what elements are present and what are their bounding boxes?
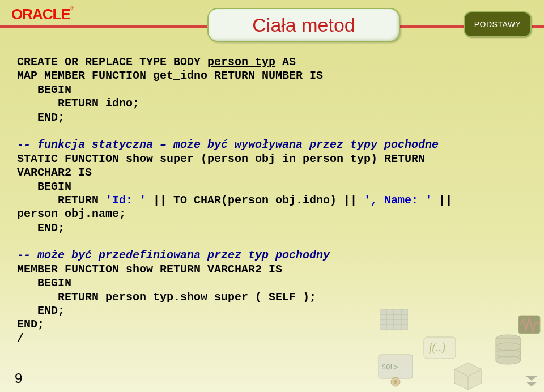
- logo-tm: ®: [70, 6, 74, 11]
- code-line: person_typ: [207, 56, 275, 69]
- code-comment: -- może być przedefiniowana przez typ po…: [17, 249, 330, 262]
- code-line: person_obj.name;: [17, 207, 126, 220]
- code-line: RETURN idno;: [17, 97, 139, 110]
- code-line: RETURN: [17, 194, 105, 207]
- code-line: BEGIN: [17, 180, 71, 193]
- svg-point-11: [394, 380, 397, 384]
- code-line: BEGIN: [17, 276, 71, 289]
- code-line: || TO_CHAR(person_obj.idno) ||: [146, 194, 364, 207]
- oracle-logo: ORACLE®: [11, 6, 74, 23]
- page-number: 9: [15, 370, 22, 386]
- code-line: AS: [275, 56, 296, 69]
- cube-icon: [449, 358, 487, 390]
- code-line: RETURN person_typ.show_super ( SELF );: [17, 291, 316, 304]
- wave-icon: [518, 315, 541, 334]
- slide-title-box: Ciała metod: [207, 8, 400, 42]
- code-line: ||: [432, 194, 452, 207]
- code-line: MAP MEMBER FUNCTION get_idno RETURN NUMB…: [17, 69, 323, 82]
- svg-marker-21: [526, 382, 537, 386]
- section-badge-label: PODSTAWY: [474, 20, 521, 29]
- code-string: 'Id: ': [105, 194, 146, 207]
- sql-label: SQL>: [382, 363, 398, 371]
- chevron-down-icon: [524, 373, 539, 389]
- code-line: /: [17, 332, 24, 345]
- code-line: MEMBER FUNCTION show RETURN VARCHAR2 IS: [17, 263, 282, 276]
- database-icon: [494, 334, 522, 365]
- code-line: VARCHAR2 IS: [17, 166, 92, 179]
- section-badge: PODSTAWY: [464, 11, 532, 37]
- code-comment: -- funkcja statyczna – może być wywoływa…: [17, 138, 439, 151]
- function-icon: f(..): [423, 336, 456, 359]
- code-line: STATIC FUNCTION show_super (person_obj i…: [17, 152, 425, 165]
- grid-icon: [380, 309, 408, 330]
- sql-icon: SQL>: [377, 353, 414, 387]
- slide-title: Ciała metod: [252, 14, 355, 36]
- code-line: CREATE OR REPLACE TYPE BODY: [17, 56, 207, 69]
- code-string: ', Name: ': [364, 194, 432, 207]
- svg-marker-20: [526, 376, 537, 381]
- code-line: END;: [17, 318, 44, 331]
- code-line: END;: [17, 111, 65, 124]
- slide: ORACLE® Ciała metod PODSTAWY CREATE OR R…: [0, 0, 544, 392]
- code-line: END;: [17, 304, 65, 317]
- code-line: BEGIN: [17, 83, 71, 96]
- decorative-icons: f(..) SQL>: [357, 301, 544, 392]
- svg-text:f(..): f(..): [429, 341, 445, 354]
- logo-text: ORACLE: [11, 6, 70, 23]
- code-line: END;: [17, 221, 65, 235]
